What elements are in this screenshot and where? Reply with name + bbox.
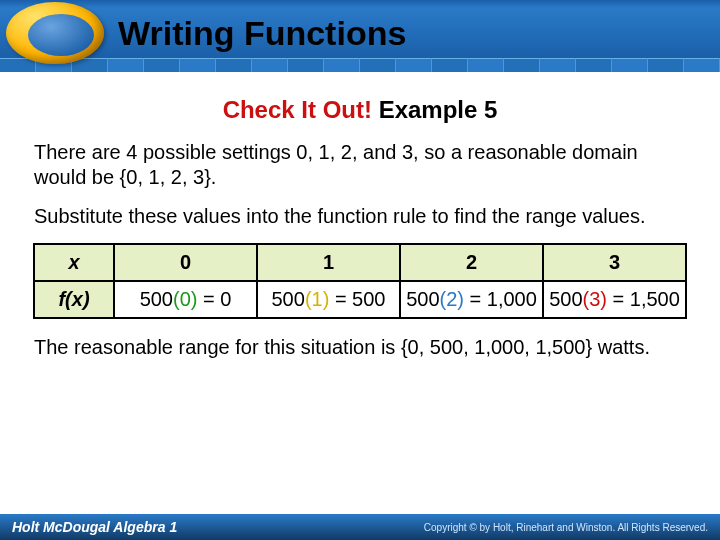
header-blocks <box>0 58 720 72</box>
slide-footer: Holt McDougal Algebra 1 Copyright © by H… <box>0 514 720 540</box>
highlight-red: (3) <box>583 288 607 310</box>
highlight-yellow: (1) <box>305 288 329 310</box>
subtitle-red: Check It Out! <box>223 96 372 123</box>
paragraph-substitute: Substitute these values into the functio… <box>34 204 686 229</box>
function-table: x 0 1 2 3 f(x) 500(0) = 0 500(1) = 500 5… <box>33 243 687 319</box>
table-cell: 500(3) = 1,500 <box>543 281 686 318</box>
logo-disc-outer <box>6 2 104 64</box>
table-cell: 500(1) = 500 <box>257 281 400 318</box>
highlight-green: (0) <box>173 288 197 310</box>
header-band-top <box>0 0 720 8</box>
table-row: f(x) 500(0) = 0 500(1) = 500 500(2) = 1,… <box>34 281 686 318</box>
table-cell: 500(0) = 0 <box>114 281 257 318</box>
publisher-label: Holt McDougal Algebra 1 <box>12 519 177 535</box>
page-title: Writing Functions <box>118 14 406 53</box>
table-cell: 2 <box>400 244 543 281</box>
table-cell: 3 <box>543 244 686 281</box>
logo-disc-inner <box>28 14 94 56</box>
subtitle-black: Example 5 <box>372 96 497 123</box>
table-row: x 0 1 2 3 <box>34 244 686 281</box>
example-subtitle: Check It Out! Example 5 <box>24 96 696 124</box>
table-cell: 0 <box>114 244 257 281</box>
row-label-x: x <box>34 244 114 281</box>
paragraph-range: The reasonable range for this situation … <box>34 335 686 360</box>
highlight-blue: (2) <box>440 288 464 310</box>
slide-content: Check It Out! Example 5 There are 4 poss… <box>0 72 720 360</box>
table-cell: 1 <box>257 244 400 281</box>
paragraph-domain: There are 4 possible settings 0, 1, 2, a… <box>34 140 686 190</box>
copyright-label: Copyright © by Holt, Rinehart and Winsto… <box>424 522 708 533</box>
slide-header: Writing Functions <box>0 0 720 72</box>
row-label-fx: f(x) <box>34 281 114 318</box>
table-cell: 500(2) = 1,000 <box>400 281 543 318</box>
